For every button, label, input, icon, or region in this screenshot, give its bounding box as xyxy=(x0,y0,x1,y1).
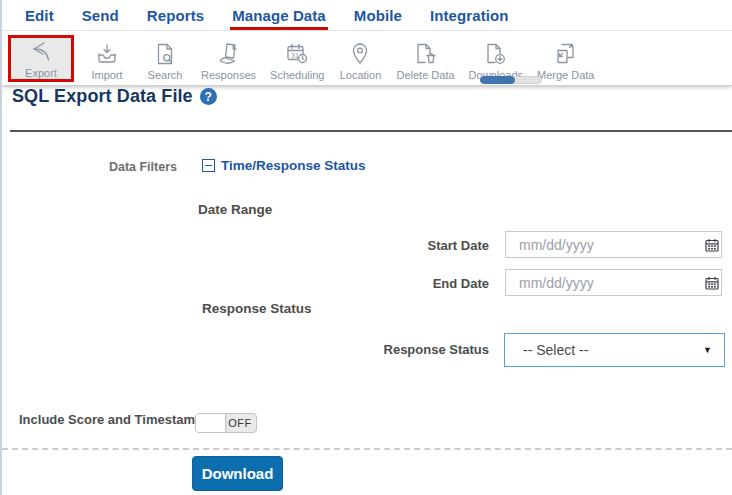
top-nav: Edit Send Reports Manage Data Mobile Int… xyxy=(2,0,732,30)
toolbar-item-label: Location xyxy=(340,69,382,81)
help-icon[interactable]: ? xyxy=(200,88,217,105)
filter-group-label: Time/Response Status xyxy=(221,158,366,173)
toolbar-item-label: Export xyxy=(25,67,57,79)
search-icon xyxy=(152,41,178,67)
toolbar-item-label: Search xyxy=(148,69,183,81)
section-divider xyxy=(2,448,732,450)
nav-item-edit[interactable]: Edit xyxy=(25,7,54,24)
nav-item-send[interactable]: Send xyxy=(82,7,119,24)
toolbar-item-label: Delete Data xyxy=(396,69,454,81)
toolbar-item-label: Responses xyxy=(201,69,256,81)
toolbar-item-search[interactable]: Search xyxy=(136,39,194,82)
end-date-field xyxy=(505,269,722,296)
start-date-calendar-icon[interactable] xyxy=(700,237,729,253)
data-filters-label: Data Filters xyxy=(2,160,177,174)
toggle-knob xyxy=(196,414,226,432)
toolbar-item-location[interactable]: Location xyxy=(331,39,389,82)
nav-item-mobile[interactable]: Mobile xyxy=(354,7,402,24)
delete-data-icon xyxy=(413,41,439,67)
response-status-selected-value: -- Select -- xyxy=(505,342,703,358)
toolbar-item-delete-data[interactable]: Delete Data xyxy=(389,39,461,82)
nav-item-manage-data[interactable]: Manage Data xyxy=(232,7,326,24)
download-button[interactable]: Download xyxy=(192,456,283,491)
import-icon xyxy=(94,41,120,67)
end-date-label: End Date xyxy=(2,276,489,291)
export-icon xyxy=(28,39,54,65)
response-status-label: Response Status xyxy=(2,342,489,357)
sql-export-page: Edit Send Reports Manage Data Mobile Int… xyxy=(0,0,732,495)
toggle-state-label: OFF xyxy=(224,414,256,432)
toolbar-scrollbar-thumb[interactable] xyxy=(480,76,515,84)
toolbar-item-label: Merge Data xyxy=(537,69,594,81)
merge-data-icon xyxy=(553,41,579,67)
location-icon xyxy=(347,41,373,67)
toolbar-item-export[interactable]: Export xyxy=(8,35,74,82)
toolbar-item-import[interactable]: Import xyxy=(78,39,136,82)
scheduling-icon-number: 31 xyxy=(291,52,299,59)
manage-data-toolbar: Export Import Search xyxy=(2,30,732,86)
toolbar-item-label: Import xyxy=(91,69,122,81)
downloads-icon xyxy=(483,41,509,67)
toolbar-item-merge-data[interactable]: Merge Data xyxy=(530,39,601,82)
toolbar-scrollbar[interactable] xyxy=(480,76,542,84)
start-date-field xyxy=(505,231,722,258)
toolbar-item-scheduling[interactable]: 31 Scheduling xyxy=(263,39,331,82)
toolbar-item-label: Scheduling xyxy=(270,69,324,81)
start-date-label: Start Date xyxy=(2,238,489,253)
include-score-toggle[interactable]: OFF xyxy=(195,413,257,433)
toolbar-item-responses[interactable]: Responses xyxy=(194,39,263,82)
title-divider xyxy=(10,130,732,132)
response-status-select[interactable]: -- Select -- ▼ xyxy=(504,333,725,367)
start-date-input[interactable] xyxy=(506,237,700,253)
nav-item-reports[interactable]: Reports xyxy=(147,7,204,24)
include-score-label: Include Score and Timestamp xyxy=(19,412,203,427)
chevron-down-icon: ▼ xyxy=(703,345,724,355)
page-title: SQL Export Data File xyxy=(12,86,193,107)
response-status-heading: Response Status xyxy=(202,301,312,316)
nav-item-integration[interactable]: Integration xyxy=(430,7,509,24)
end-date-input[interactable] xyxy=(506,275,700,291)
minus-box-icon[interactable] xyxy=(202,159,215,172)
scheduling-icon: 31 xyxy=(284,41,310,67)
responses-icon xyxy=(216,41,242,67)
date-range-heading: Date Range xyxy=(198,202,272,217)
end-date-calendar-icon[interactable] xyxy=(700,275,729,291)
filter-group-toggle[interactable]: Time/Response Status xyxy=(202,158,366,173)
